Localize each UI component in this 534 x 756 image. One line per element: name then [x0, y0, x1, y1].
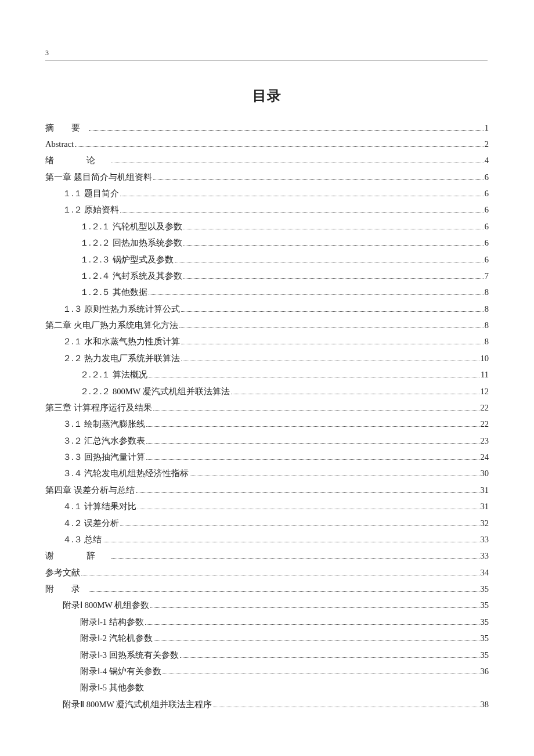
toc-entry-label: 附录Ⅰ 800MW 机组参数	[63, 599, 149, 612]
toc-entry: ２.２.２ 800MW 凝汽式机组并联法算法12	[45, 385, 489, 398]
toc-entry: 附录Ⅰ-2 汽轮机参数35	[45, 632, 489, 645]
toc-entry: ４.３ 总结33	[45, 533, 489, 546]
toc-entry: １.２.５ 其他数据8	[45, 286, 489, 299]
toc-leader-dots	[149, 294, 484, 295]
toc-entry: ２.２.１ 算法概况11	[45, 368, 489, 381]
toc-entry-label: 附录Ⅱ 800MW 凝汽式机组并联法主程序	[63, 698, 212, 711]
toc-leader-dots	[163, 674, 479, 674]
toc-entry: 参考文献34	[45, 566, 489, 579]
toc-entry-label: ４.２ 误差分析	[63, 517, 119, 530]
toc-leader-dots	[154, 640, 479, 641]
toc-entry-label: ３.３ 回热抽汽量计算	[63, 451, 145, 464]
toc-entry-page: 24	[481, 451, 489, 464]
toc-entry-page: 34	[481, 566, 489, 579]
toc-entry-label: １.２ 原始资料	[63, 203, 119, 217]
toc-entry-page: 31	[481, 484, 489, 497]
toc-leader-dots	[120, 525, 479, 526]
toc-entry-page: 33	[481, 549, 489, 563]
toc-entry: ３.１ 绘制蒸汽膨胀线22	[45, 417, 489, 431]
toc-entry-label: ２.２ 热力发电厂系统并联算法	[63, 352, 180, 365]
toc-entry-page: 22	[481, 417, 489, 431]
toc-leader-dots	[138, 509, 479, 509]
toc-entry-page: 6	[485, 171, 489, 184]
toc-entry-label: ４.１ 计算结果对比	[63, 500, 136, 513]
toc-entry: 附录Ⅰ-1 结构参数35	[45, 615, 489, 629]
toc-leader-dots	[183, 245, 484, 246]
toc-entry-label: １.３ 原则性热力系统计算公式	[63, 303, 180, 316]
toc-leader-dots	[213, 707, 479, 707]
toc-entry-page: 35	[481, 599, 489, 612]
toc-entry: 第三章 计算程序运行及结果22	[45, 401, 489, 415]
toc-entry-label: 第四章 误差分析与总结	[45, 484, 135, 497]
toc-entry-page: 6	[485, 220, 489, 233]
toc-leader-dots	[111, 163, 484, 163]
header-rule	[45, 60, 488, 60]
toc-entry-page: 22	[481, 401, 489, 415]
toc-leader-dots	[146, 443, 479, 444]
toc-leader-dots	[136, 492, 479, 493]
toc-entry-label: ４.３ 总结	[63, 533, 102, 546]
toc-leader-dots	[181, 311, 484, 312]
toc-leader-dots	[146, 459, 479, 460]
toc-entry: ２.２ 热力发电厂系统并联算法10	[45, 352, 489, 365]
toc-entry-page: 6	[485, 187, 489, 200]
toc-entry: 第二章 火电厂热力系统电算化方法8	[45, 319, 489, 332]
toc-entry: 附录Ⅰ 800MW 机组参数35	[45, 599, 489, 612]
toc-entry: １.２.４ 汽封系统及其参数7	[45, 269, 489, 283]
toc-entry: １.２ 原始资料6	[45, 203, 489, 217]
toc-leader-dots	[181, 344, 484, 344]
toc-leader-dots	[111, 558, 479, 559]
toc-entry-label: １.２.１ 汽轮机型以及参数	[80, 220, 182, 233]
toc-entry-page: 30	[481, 467, 489, 480]
toc-entry-label: １.１ 题目简介	[63, 187, 119, 200]
toc-entry-label: １.２.３ 锅炉型式及参数	[80, 253, 174, 267]
toc-entry: 附录Ⅱ 800MW 凝汽式机组并联法主程序38	[45, 698, 489, 711]
toc-leader-dots	[181, 361, 479, 361]
toc-entry-label: Abstract	[45, 138, 74, 151]
toc-leader-dots	[103, 542, 479, 542]
toc-entry: １.１ 题目简介6	[45, 187, 489, 200]
toc-entry-label: 绪 论	[45, 154, 110, 167]
toc-entry: 绪 论4	[45, 154, 489, 167]
toc-leader-dots	[150, 607, 479, 608]
toc-entry-page: 38	[481, 698, 489, 711]
toc-entry: ４.２ 误差分析32	[45, 517, 489, 530]
toc-leader-dots	[149, 377, 479, 377]
toc-leader-dots	[190, 476, 479, 476]
toc-entry: 附录Ⅰ-5 其他参数	[45, 681, 489, 694]
toc-entry-page: 4	[485, 154, 489, 167]
toc-entry: １.２.３ 锅炉型式及参数6	[45, 253, 489, 267]
toc-entry-label: 第一章 题目简介与机组资料	[45, 171, 152, 184]
toc-entry-page: 35	[481, 632, 489, 645]
toc-entry-page: 10	[481, 352, 489, 365]
toc-entry-label: 附 录	[45, 582, 88, 596]
toc-leader-dots	[145, 624, 479, 625]
toc-entry-page: 12	[481, 385, 489, 398]
toc-title: 目录	[45, 85, 489, 107]
toc-entry: ３.２ 汇总汽水参数表23	[45, 434, 489, 448]
toc-entry-label: ２.２.２ 800MW 凝汽式机组并联法算法	[80, 385, 230, 398]
toc-entry-label: 附录Ⅰ-5 其他参数	[80, 681, 144, 694]
toc-entry-label: 附录Ⅰ-1 结构参数	[80, 615, 144, 629]
toc-entry: 附 录35	[45, 582, 489, 596]
document-page: 3 目录 摘 要1Abstract2绪 论4第一章 题目简介与机组资料6１.１ …	[0, 0, 534, 711]
toc-leader-dots	[89, 591, 479, 592]
toc-entry-page: 8	[485, 319, 489, 332]
toc-entry-label: 附录Ⅰ-3 回热系统有关参数	[80, 649, 179, 662]
toc-entry-label: ２.１ 水和水蒸气热力性质计算	[63, 335, 180, 348]
toc-leader-dots	[179, 327, 484, 328]
toc-entry-page: 23	[481, 434, 489, 448]
toc-leader-dots	[75, 146, 484, 147]
toc-entry-page: 6	[485, 253, 489, 267]
toc-entry-label: ３.４ 汽轮发电机组热经济性指标	[63, 467, 189, 480]
toc-entry-label: 第二章 火电厂热力系统电算化方法	[45, 319, 178, 332]
page-header-number: 3	[45, 48, 489, 60]
toc-entry-page: 35	[481, 615, 489, 629]
toc-entry-label: 附录Ⅰ-2 汽轮机参数	[80, 632, 153, 645]
toc-entry-label: 附录Ⅰ-4 锅炉有关参数	[80, 665, 161, 678]
toc-entry-page: 8	[485, 335, 489, 348]
toc-entry: 第四章 误差分析与总结31	[45, 484, 489, 497]
toc-entry: Abstract2	[45, 138, 489, 151]
toc-entry-page: 6	[485, 203, 489, 217]
toc-entry-page: 32	[481, 517, 489, 530]
